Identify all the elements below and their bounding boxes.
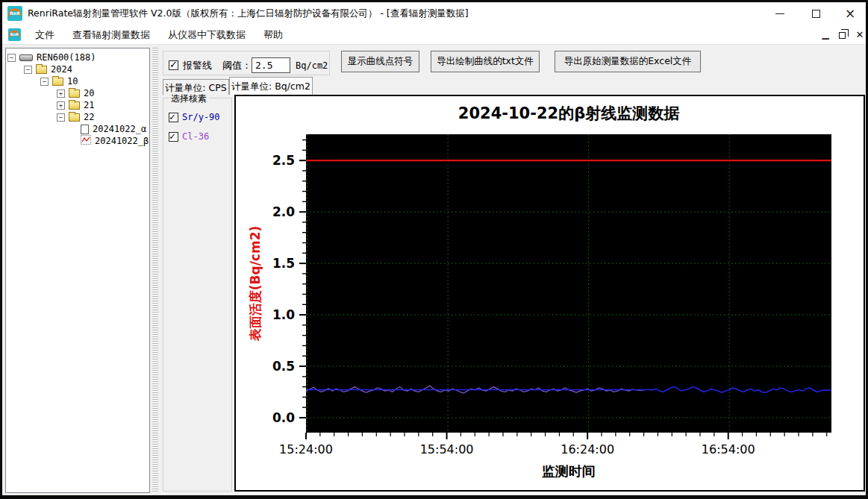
folder-tree: −REN600(188)−2024−10+20+21−2220241022_α2… (5, 48, 150, 493)
threshold-input[interactable] (252, 57, 290, 73)
svg-text:16:24:00: 16:24:00 (561, 442, 614, 456)
threshold-unit-label: Bq/cm2 (296, 60, 328, 71)
tree-item-label: 22 (84, 112, 94, 122)
svg-text:2024-10-22的β射线监测数据: 2024-10-22的β射线监测数据 (458, 104, 679, 122)
app-logo-icon: RnR (7, 6, 22, 21)
tree-item[interactable]: −10 (6, 75, 149, 87)
nuclide-label: Sr/y-90 (182, 112, 220, 122)
tab-unit-bqcm2[interactable]: 计量单位: Bq/cm2 (229, 77, 313, 95)
nuclide-item-cl-36[interactable]: Cl-36 (169, 131, 209, 142)
expand-icon[interactable]: + (57, 90, 65, 98)
chart-file-icon (81, 135, 91, 147)
maximize-button[interactable] (801, 2, 831, 25)
nuclide-label: Cl-36 (182, 131, 209, 142)
menu-item-download-from-instrument[interactable]: 从仪器中下载数据 (159, 25, 255, 45)
menu-item-file[interactable]: 文件 (26, 25, 63, 45)
svg-text:2.0: 2.0 (272, 204, 295, 219)
svg-text:2.5: 2.5 (272, 153, 295, 168)
content-area: 报警线 阈值： Bq/cm2 显示曲线点符号 导出绘制曲线的txt文件 导出原始… (160, 45, 866, 495)
tree-item-label: 20241022_α (93, 124, 146, 134)
svg-text:16:54:00: 16:54:00 (702, 442, 755, 456)
tree-item-label: 20 (84, 88, 94, 98)
svg-text:15:54:00: 15:54:00 (420, 442, 474, 456)
export-excel-button[interactable]: 导出原始测量数据的Excel文件 (555, 51, 701, 72)
folder-icon (69, 90, 80, 98)
folder-icon (52, 78, 63, 86)
tree-item-label: 21 (84, 100, 94, 110)
tree-item-label: 2024 (51, 64, 72, 75)
nuclide-item-sr-y-90[interactable]: Sr/y-90 (169, 112, 220, 122)
tree-item[interactable]: +20 (6, 87, 149, 99)
collapse-icon[interactable]: − (40, 78, 49, 86)
export-txt-button[interactable]: 导出绘制曲线的txt文件 (431, 51, 540, 72)
alarm-line-group: 报警线 阈值： Bq/cm2 (163, 51, 330, 75)
nuclide-group-title: 选择核素 (169, 92, 209, 105)
mdi-close-icon[interactable]: ✕ (853, 29, 867, 40)
show-curve-points-button[interactable]: 显示曲线点符号 (341, 51, 419, 72)
tree-item[interactable]: −2024 (6, 63, 149, 75)
menu-item-help[interactable]: 帮助 (255, 25, 292, 45)
alarm-line-label: 报警线 (183, 59, 212, 72)
menu-item-view-measurement-data[interactable]: 查看辐射测量数据 (63, 25, 159, 45)
folder-icon (36, 66, 47, 74)
minimize-button[interactable] (765, 2, 795, 25)
tree-item-label: 10 (67, 76, 78, 87)
tree-item-label: REN600(188) (37, 52, 96, 63)
tree-item[interactable]: +21 (6, 99, 149, 111)
alarm-line-checkbox[interactable] (169, 60, 178, 70)
title-bar: RnR RenriRate辐射剂量管理软件 V2.0版（版权所有：上海仁日辐射防… (2, 2, 866, 25)
svg-text:RnR: RnR (10, 32, 19, 37)
collapse-icon[interactable]: − (24, 66, 32, 74)
main-area: −REN600(188)−2024−10+20+21−2220241022_α2… (2, 45, 866, 495)
tree-splitter[interactable] (152, 48, 158, 493)
monitoring-chart: 0.00.51.01.52.02.515:24:0015:54:0016:24:… (236, 96, 864, 490)
tree-item[interactable]: −REN600(188) (6, 51, 149, 63)
nuclide-select-group: 选择核素 Sr/y-90 Cl-36 (163, 98, 232, 492)
app-window: RnR RenriRate辐射剂量管理软件 V2.0版（版权所有：上海仁日辐射防… (0, 0, 868, 499)
folder-icon (69, 101, 80, 110)
tree-item[interactable]: −22 (6, 111, 149, 123)
document-logo-icon: RnR (8, 28, 21, 41)
mdi-restore-icon[interactable] (835, 29, 849, 40)
menu-items: 文件 查看辐射测量数据 从仪器中下载数据 帮助 (26, 25, 292, 45)
expand-icon[interactable]: + (57, 101, 65, 110)
device-icon (19, 54, 33, 61)
collapse-icon[interactable]: − (7, 54, 16, 62)
svg-text:表面活度(Bq/cm2): 表面活度(Bq/cm2) (248, 226, 263, 342)
svg-text:1.0: 1.0 (272, 307, 295, 322)
svg-text:1.5: 1.5 (272, 256, 295, 271)
window-title: RenriRate辐射剂量管理软件 V2.0版（版权所有：上海仁日辐射防护设备有… (28, 7, 469, 20)
svg-text:0.5: 0.5 (272, 359, 295, 374)
nuclide-checkbox-cl-36[interactable] (169, 132, 178, 142)
folder-icon (69, 113, 80, 122)
svg-text:15:24:00: 15:24:00 (279, 442, 333, 456)
doc-icon (81, 125, 89, 134)
tree-item[interactable]: 20241022_α (6, 123, 149, 135)
close-button[interactable]: × (835, 2, 865, 25)
svg-text:0.0: 0.0 (272, 410, 295, 425)
svg-text:监测时间: 监测时间 (542, 463, 596, 479)
svg-text:RnR: RnR (10, 10, 20, 16)
threshold-label: 阈值： (222, 59, 252, 72)
menu-bar: RnR 文件 查看辐射测量数据 从仪器中下载数据 帮助 ▁ ✕ (2, 25, 866, 45)
mdi-minimize-icon[interactable]: ▁ (819, 29, 832, 40)
nuclide-checkbox-sr-y-90[interactable] (169, 113, 178, 122)
tree-item[interactable]: 20241022_β (6, 135, 149, 147)
collapse-icon[interactable]: − (57, 113, 65, 122)
chart-panel: 0.00.51.01.52.02.515:24:0015:54:0016:24:… (234, 95, 865, 492)
tree-item-label: 20241022_β (95, 136, 149, 146)
